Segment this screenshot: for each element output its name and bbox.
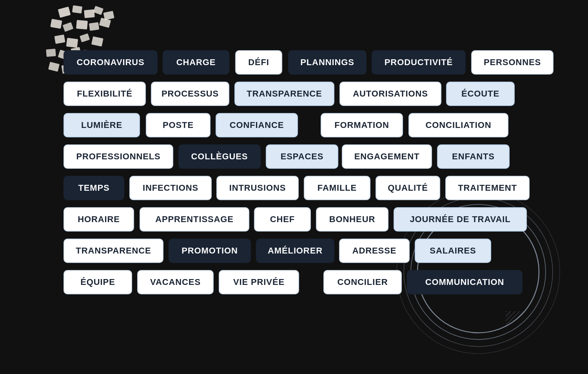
tag-transparence1: TRANSPARENCE [234,82,334,106]
tag-journee: JOURNÉE DE TRAVAIL [394,207,527,232]
tag-autorisations: AUTORISATIONS [339,82,441,106]
tag-ameliorer: AMÉLIORER [256,239,334,263]
tag-infections: INFECTIONS [129,176,212,200]
tag-communication: COMMUNICATION [407,270,523,294]
tag-engagement: ENGAGEMENT [342,144,432,169]
tag-apprentissage: APPRENTISSAGE [140,207,249,232]
svg-rect-5 [50,19,62,29]
svg-rect-10 [54,35,65,44]
tag-enfants: ENFANTS [437,144,510,169]
svg-rect-18 [48,62,60,71]
tag-conciliation: CONCILIATION [408,113,508,137]
tag-personnes: PERSONNES [471,50,554,75]
svg-rect-9 [99,18,111,28]
tag-promotion: PROMOTION [169,239,251,263]
tag-defi: DÉFI [235,50,282,75]
tag-professionnels: PROFESSIONNELS [64,144,173,169]
svg-rect-14 [46,49,56,57]
tag-horaire: HORAIRE [64,207,134,232]
svg-rect-3 [93,6,103,15]
tag-productivite: PRODUCTIVITÉ [372,50,466,75]
tag-plannings: PLANNINGS [288,50,367,75]
tag-ecoute: ÉCOUTE [446,82,515,106]
tag-vie-privee: VIE PRIVÉE [219,270,299,294]
svg-rect-2 [84,9,95,18]
tag-salaires: SALAIRES [415,239,491,263]
tag-poste: POSTE [146,113,211,137]
svg-rect-13 [91,36,103,47]
tag-confiance: CONFIANCE [216,113,298,137]
tag-bonheur: BONHEUR [316,207,388,232]
tag-collegues: COLLÈGUES [178,144,261,169]
tag-processus: PROCESSUS [151,82,229,106]
tag-lumiere: LUMIÈRE [64,113,140,137]
svg-rect-7 [76,20,88,29]
tag-traitement: TRAITEMENT [445,176,530,200]
svg-rect-6 [63,22,74,32]
tag-equipe: ÉQUIPE [64,270,132,294]
tag-adresse: ADRESSE [339,239,410,263]
tag-qualite: QUALITÉ [376,176,440,200]
tag-transparence2: TRANSPARENCE [64,239,163,263]
word-cloud-scene: CORONAVIRUSCHARGEDÉFIPLANNINGSPRODUCTIVI… [0,0,588,374]
tag-intrusions: INTRUSIONS [216,176,299,200]
tag-vacances: VACANCES [137,270,214,294]
tag-famille: FAMILLE [304,176,370,200]
svg-rect-0 [58,7,71,18]
svg-rect-12 [80,33,90,42]
tag-chef: CHEF [254,207,311,232]
tag-flexibilite: FLEXIBILITÉ [64,82,146,106]
tag-concilier: CONCILIER [323,270,402,294]
tag-temps: TEMPS [64,176,124,200]
tag-coronavirus: CORONAVIRUS [64,50,158,75]
svg-rect-1 [72,5,82,13]
svg-rect-8 [89,22,99,31]
tag-formation: FORMATION [321,113,403,137]
tag-espaces: ESPACES [266,144,338,169]
svg-rect-11 [66,38,78,47]
tag-charge: CHARGE [163,50,229,75]
